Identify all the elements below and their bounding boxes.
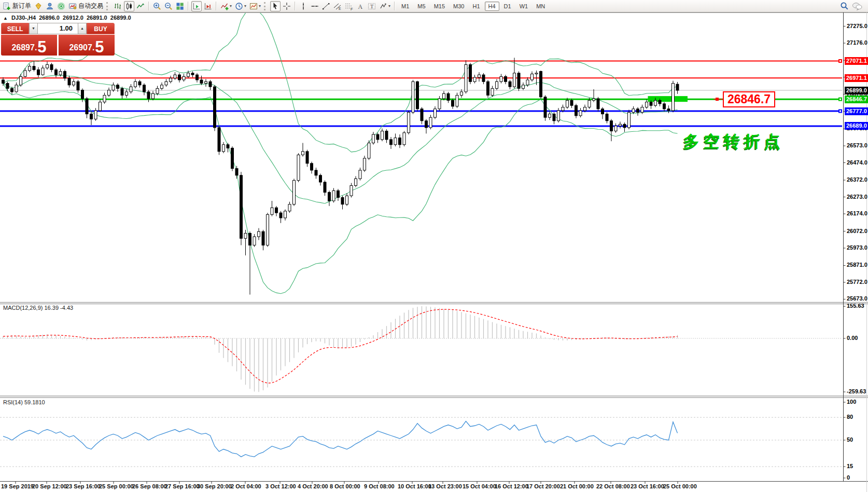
candle-body: [478, 75, 481, 77]
price-tick-label: 25673.0: [847, 295, 867, 302]
bar-chart-button[interactable]: [113, 1, 123, 11]
candle-body: [593, 99, 595, 100]
candle-body: [588, 100, 591, 107]
chart-canvas[interactable]: [0, 0, 868, 492]
volume-decrease-button[interactable]: ▼: [29, 23, 38, 34]
signal-button[interactable]: [56, 1, 66, 11]
text-button[interactable]: A: [355, 1, 366, 11]
candle-body: [575, 105, 578, 116]
candle-body: [6, 84, 9, 89]
turning-point-note[interactable]: 多空转折点: [683, 131, 785, 153]
chevron-down-icon: ▾: [244, 4, 246, 8]
chat-button[interactable]: [851, 1, 863, 11]
zoom-in-button[interactable]: [152, 1, 162, 11]
candle-body: [209, 81, 212, 87]
new-order-button[interactable]: 新订单: [2, 1, 32, 11]
svg-text:T: T: [370, 4, 374, 9]
vertical-line-button[interactable]: [298, 1, 309, 11]
trendline-button[interactable]: [321, 1, 331, 11]
price-tick-label: 26474.0: [847, 159, 867, 166]
candle-body: [315, 170, 317, 175]
macd-axis-label: 0.00: [847, 335, 858, 341]
sell-price[interactable]: 26897. 5: [1, 35, 57, 56]
profile-button[interactable]: [45, 1, 55, 11]
candle-body: [324, 182, 326, 193]
candle-body: [20, 76, 22, 85]
candle-body: [557, 111, 560, 121]
new-order-label: 新订单: [12, 2, 31, 10]
green-zone-rect[interactable]: [648, 96, 688, 102]
hline-price-label: 26899.0: [845, 87, 868, 94]
sell-button[interactable]: SELL: [1, 23, 29, 34]
tf-button-M1[interactable]: M1: [398, 2, 413, 11]
zoom-in-icon: [153, 2, 161, 10]
tile-windows-button[interactable]: [175, 1, 185, 11]
time-axis-label: 19 Sep 2019: [1, 483, 34, 489]
collapse-panel-icon[interactable]: ▲: [3, 16, 8, 21]
candle-body: [500, 76, 502, 81]
time-axis-label: 23 Oct 16:00: [631, 483, 664, 489]
tf-button-D1[interactable]: D1: [500, 2, 515, 11]
line-chart-button[interactable]: [135, 1, 146, 11]
tf-button-MN[interactable]: MN: [533, 2, 549, 11]
price-tick-label: 25772.0: [847, 279, 867, 285]
hline-price-label: 27071.1: [845, 57, 868, 65]
candle-body: [152, 93, 155, 99]
candle-body: [147, 92, 150, 99]
candle-body: [125, 92, 128, 95]
volume-value[interactable]: 1.00: [38, 23, 78, 34]
candle-body: [381, 131, 384, 139]
cursor-button[interactable]: [270, 1, 281, 11]
candle-body: [496, 81, 498, 88]
buy-price-main: 26907.: [69, 43, 94, 52]
tf-button-M15[interactable]: M15: [430, 2, 449, 11]
price-callout-label[interactable]: 26846.7: [723, 91, 775, 107]
gem-button[interactable]: [33, 1, 44, 11]
candle-body: [562, 107, 564, 111]
svg-text:F: F: [351, 6, 353, 10]
periods-button[interactable]: ▾: [234, 1, 247, 11]
auto-trading-button[interactable]: 自动交易: [67, 1, 104, 11]
candle-body: [41, 68, 44, 75]
candle-body: [456, 95, 458, 106]
indicators-button[interactable]: ▾: [219, 1, 233, 11]
fibonacci-button[interactable]: F: [344, 1, 354, 11]
text-label-button[interactable]: T: [367, 1, 377, 11]
tf-button-M30[interactable]: M30: [450, 2, 468, 11]
tf-button-W1[interactable]: W1: [516, 2, 532, 11]
macd-axis-label: -259.63: [847, 388, 866, 395]
channel-button[interactable]: E: [332, 1, 343, 11]
price-tick-label: 27176.0: [847, 39, 867, 46]
candle-body: [619, 124, 622, 126]
rsi-line: [3, 421, 678, 457]
crosshair-button[interactable]: [282, 1, 292, 11]
arrows-button[interactable]: ▾: [378, 1, 391, 11]
tf-button-M5[interactable]: M5: [414, 2, 429, 11]
candle-body: [55, 70, 58, 75]
profile-icon: [46, 2, 54, 10]
search-button[interactable]: [839, 1, 850, 11]
candle-body: [235, 169, 238, 175]
candle-body: [447, 93, 450, 100]
volume-increase-button[interactable]: ▲: [78, 23, 87, 34]
price-tick-label: 26573.0: [847, 142, 867, 149]
candle-body: [11, 88, 13, 92]
candlestick-chart-button[interactable]: [124, 1, 134, 11]
horizontal-line-button[interactable]: [310, 1, 320, 11]
toolbar-separator: [394, 2, 395, 10]
buy-price[interactable]: 26907. 5: [59, 35, 115, 56]
chart-shift-button[interactable]: [203, 1, 213, 11]
zoom-out-button[interactable]: [163, 1, 174, 11]
auto-scroll-button[interactable]: [191, 1, 202, 11]
candle-body: [597, 99, 599, 109]
tf-button-H1[interactable]: H1: [469, 2, 483, 11]
buy-button[interactable]: BUY: [87, 23, 115, 34]
candle-body: [293, 181, 296, 204]
rsi-label: RSI(14) 59.1810: [3, 399, 45, 405]
cursor-icon: [271, 2, 279, 10]
templates-button[interactable]: ▾: [248, 1, 262, 11]
candle-body: [249, 233, 251, 245]
ohlc-close: 26899.0: [110, 15, 131, 21]
tf-button-H4[interactable]: H4: [485, 2, 499, 11]
rsi-axis-label: 80: [847, 414, 853, 420]
